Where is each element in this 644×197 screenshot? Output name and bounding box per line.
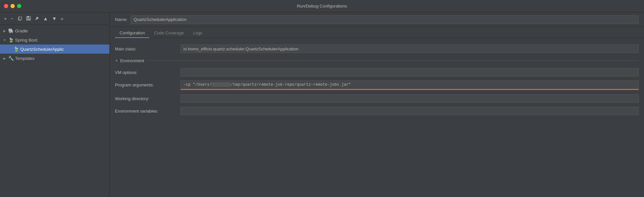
error-underline xyxy=(180,89,639,90)
working-dir-input[interactable] xyxy=(180,94,639,103)
title-bar: Run/Debug Configurations xyxy=(0,0,644,12)
name-row: Name: xyxy=(110,12,644,27)
section-line xyxy=(147,61,639,61)
tree-item-gradle[interactable]: ▶ 🐘 Gradle xyxy=(0,26,109,35)
program-args-input[interactable] xyxy=(180,81,639,89)
main-class-label: Main class: xyxy=(115,46,180,51)
tab-configuration[interactable]: Configuration xyxy=(115,28,149,38)
name-label: Name: xyxy=(115,17,127,22)
main-class-input[interactable] xyxy=(180,45,639,53)
more-button[interactable]: » xyxy=(59,15,65,22)
vm-options-input[interactable] xyxy=(180,68,639,77)
tab-logs[interactable]: Logs xyxy=(188,28,207,38)
maximize-button[interactable] xyxy=(17,4,21,8)
left-panel: + − ▲ ▼ » xyxy=(0,12,110,197)
environment-section-header: ▼ Environment xyxy=(115,56,639,65)
name-input[interactable] xyxy=(131,15,639,24)
svg-rect-4 xyxy=(27,18,30,20)
close-button[interactable] xyxy=(4,4,8,8)
working-dir-label: Working directory: xyxy=(115,96,180,101)
env-vars-input[interactable] xyxy=(180,107,639,115)
env-vars-row: Environment variables: xyxy=(115,105,639,116)
toolbar: + − ▲ ▼ » xyxy=(0,12,109,25)
copy-button[interactable] xyxy=(16,15,24,22)
tabs-bar: Configuration Code Coverage Logs xyxy=(110,27,644,38)
add-button[interactable]: + xyxy=(3,15,8,22)
program-args-wrapper xyxy=(180,81,639,89)
gradle-icon: 🐘 xyxy=(8,28,14,33)
environment-title: Environment xyxy=(120,58,144,63)
content-area: Main class: ▼ Environment VM options: Pr… xyxy=(110,38,644,197)
spring-boot-arrow: ▼ xyxy=(3,38,7,42)
spring-boot-icon: 🍃 xyxy=(8,37,14,43)
save-button[interactable] xyxy=(25,15,32,22)
minimize-button[interactable] xyxy=(10,4,15,8)
templates-label: Templates xyxy=(15,56,34,61)
program-args-row: Program arguments: xyxy=(115,79,639,90)
gradle-arrow: ▶ xyxy=(3,29,7,33)
arrow-up-button[interactable]: ▲ xyxy=(42,15,49,22)
tree-area: ▶ 🐘 Gradle ▼ 🍃 Spring Boot 🍃 QuartzSched… xyxy=(0,25,109,197)
environment-arrow: ▼ xyxy=(115,59,118,63)
quartz-icon: 🍃 xyxy=(13,46,19,52)
svg-rect-3 xyxy=(27,16,29,18)
main-layout: + − ▲ ▼ » xyxy=(0,12,644,197)
env-vars-label: Environment variables: xyxy=(115,109,180,114)
tree-item-templates[interactable]: ▶ 🔧 Templates xyxy=(0,54,109,63)
main-class-row: Main class: xyxy=(115,43,639,54)
remove-button[interactable]: − xyxy=(9,15,15,22)
spring-boot-label: Spring Boot xyxy=(15,38,37,43)
arrow-down-button[interactable]: ▼ xyxy=(50,15,58,22)
templates-icon: 🔧 xyxy=(8,56,14,61)
tree-item-quartz[interactable]: 🍃 QuartzSchedulerApplic xyxy=(0,45,109,54)
vm-options-row: VM options: xyxy=(115,67,639,78)
traffic-lights xyxy=(4,4,21,8)
vm-options-label: VM options: xyxy=(115,70,180,75)
quartz-label: QuartzSchedulerApplic xyxy=(20,47,64,52)
tree-item-spring-boot[interactable]: ▼ 🍃 Spring Boot xyxy=(0,35,109,45)
working-dir-row: Working directory: xyxy=(115,93,639,104)
tab-code-coverage[interactable]: Code Coverage xyxy=(149,28,188,38)
templates-arrow: ▶ xyxy=(3,57,7,60)
right-panel: Name: Configuration Code Coverage Logs M… xyxy=(110,12,644,197)
svg-rect-1 xyxy=(19,17,22,20)
window-title: Run/Debug Configurations xyxy=(297,4,347,9)
program-args-label: Program arguments: xyxy=(115,82,180,87)
wrench-button[interactable] xyxy=(33,15,41,22)
gradle-label: Gradle xyxy=(15,28,28,33)
